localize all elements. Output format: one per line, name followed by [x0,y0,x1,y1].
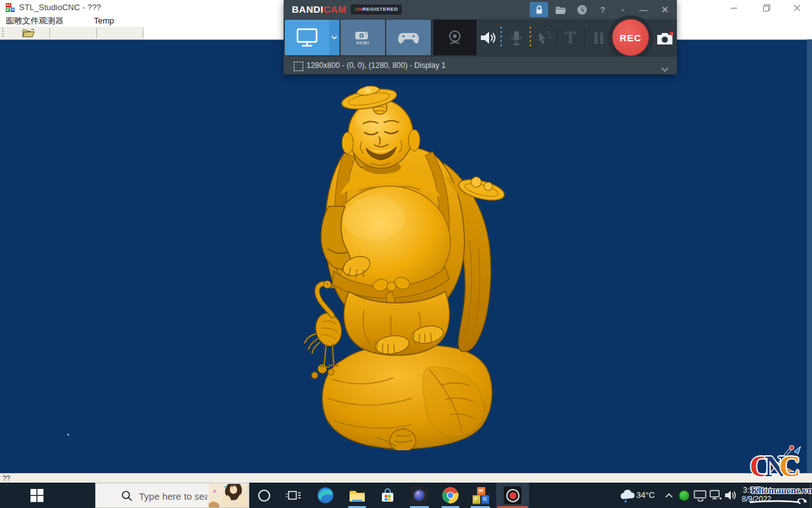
minimize-icon [730,4,738,11]
separator [556,28,557,47]
cortana-icon [258,490,270,502]
restore-icon [763,4,771,12]
green-status-icon [679,490,690,501]
start-button[interactable] [23,483,51,508]
edge-icon [317,487,334,504]
app-icon [5,3,15,13]
window-title: STL_StudioCNC - ??? [19,0,101,15]
webcam-icon [447,29,463,46]
help-icon: ? [600,5,605,15]
watermark-site: Khomaucnc.vn [751,485,812,496]
taskbar-search[interactable] [95,483,249,508]
taskbar: W F C 34°C [0,483,812,508]
game-recording-mode-button[interactable] [386,20,431,55]
lock-button[interactable] [530,2,548,17]
tray-volume[interactable] [723,483,738,508]
search-input[interactable] [138,488,209,504]
taskbar-lens-app[interactable] [407,483,432,508]
chevron-down-icon [660,67,669,72]
taskbar-store[interactable] [376,483,400,508]
taskbar-edge[interactable] [313,483,337,508]
file-explorer-icon [349,488,365,503]
schedule-button[interactable] [573,2,590,17]
logo-letter-c2: C [779,448,800,486]
help-button[interactable]: ? [594,2,611,17]
screen: STL_StudioCNC - ??? 圆雕文件观测器 Temp [0,0,812,508]
confetti-pink [212,488,218,494]
menu-item-sculpture-viewer[interactable]: 圆雕文件观测器 [6,15,63,27]
webcam-overlay-button[interactable] [433,20,476,55]
region-select-icon [294,62,303,71]
minimize-button[interactable] [723,0,745,15]
chevron-down-icon [331,36,337,40]
search-highlight-art[interactable] [209,484,249,508]
volume-icon [724,490,738,501]
badge-un: UN [355,6,362,12]
badge-registered: REGISTERED [362,6,398,12]
watermark: CNC Khomaucnc.vn [747,446,812,508]
toolbar-separator [143,28,143,38]
bandicam-window: BANDICAM UNREGISTERED ? [284,0,677,74]
open-folder-icon[interactable] [22,28,36,38]
screenshot-button[interactable] [655,30,675,46]
taskbar-bandicam-active[interactable] [496,483,529,508]
hide-icon: - [622,5,624,15]
bandicam-logo: BANDICAM [292,4,346,15]
cast-icon [693,490,707,502]
bandicam-taskbar-icon [504,486,521,504]
network-icon [709,490,722,501]
device-recording-mode-button[interactable]: HDMI [341,20,385,55]
tray-network[interactable] [708,483,723,508]
monitor-icon [296,27,318,48]
restore-button[interactable] [756,0,777,15]
screen-recording-mode-button[interactable] [285,20,329,55]
mouse-click-icon [536,30,553,46]
chrome-icon [442,487,459,504]
model-viewport[interactable] [0,39,807,474]
text-overlay-button[interactable]: T [561,28,579,47]
gamepad-icon [396,29,421,46]
bandicam-minimize-button[interactable]: — [635,2,652,17]
folder-icon [555,5,566,15]
hdmi-label: HDMI [357,41,370,45]
record-button[interactable]: REC [612,19,649,56]
taskbar-chrome[interactable] [438,483,462,508]
taskbar-wfc-app[interactable]: W F C [468,483,494,508]
toolbar-separator [49,28,50,38]
separator [584,28,585,47]
close-icon: ✕ [661,4,669,15]
watermark-underline-icon [747,498,811,508]
speaker-toggle[interactable] [480,29,497,47]
hand-icon [234,491,249,506]
open-output-folder-button[interactable] [553,2,569,17]
tray-cast[interactable] [692,483,707,508]
temperature-text[interactable]: 34°C [636,483,655,508]
screen-mode-dropdown[interactable] [329,20,339,55]
unregistered-badge: UNREGISTERED [351,4,402,15]
pause-button[interactable] [591,30,607,46]
minimize-icon: — [639,5,648,15]
region-dropdown[interactable] [660,64,669,75]
camera-icon [655,30,674,46]
capture-region-text: 812x508 - (0, 0), (1280, 800) - Display… [306,57,445,74]
task-view-button[interactable] [281,483,306,508]
mouse-effect-toggle[interactable] [536,29,553,47]
tray-expand-button[interactable] [662,483,676,508]
bandicam-close-button[interactable]: ✕ [657,2,673,17]
search-icon [121,490,133,502]
chevron-up-icon [665,493,673,498]
bandicam-toolbar: HDMI [284,19,677,56]
taskbar-file-explorer[interactable] [344,483,370,508]
cortana-button[interactable] [252,483,276,508]
weather-icon[interactable] [619,489,635,502]
microphone-toggle[interactable] [508,29,525,47]
tray-green-status[interactable] [676,483,691,508]
confetti-cyan [224,486,226,488]
cursor-dot [67,434,69,436]
wfc-blocks-icon: W F C [473,487,490,504]
buddha-statue [303,82,506,450]
toolbar-gripper[interactable] [2,28,4,38]
close-button[interactable] [786,0,808,15]
orange-dotted-separator [530,27,531,48]
menu-item-temp[interactable]: Temp [94,15,114,27]
